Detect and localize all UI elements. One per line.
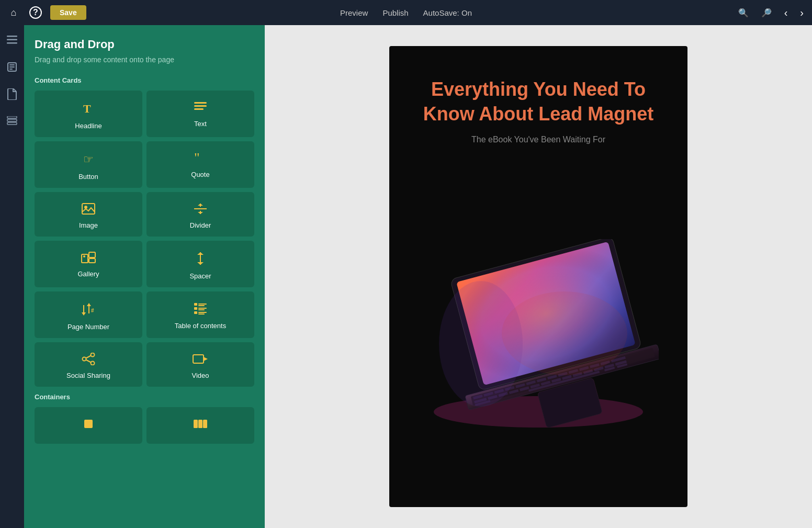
button-icon: ☞ xyxy=(81,152,96,168)
headline-icon: T xyxy=(81,101,96,118)
spacer-icon xyxy=(194,251,207,268)
table-of-contents-card[interactable]: Table of contents xyxy=(146,291,254,338)
table-of-contents-label: Table of contents xyxy=(175,322,226,330)
save-button[interactable]: Save xyxy=(50,5,86,20)
preview-area: Everything You Need To Know About Lead M… xyxy=(265,25,812,528)
svg-rect-49 xyxy=(193,355,204,363)
svg-rect-39 xyxy=(198,308,207,309)
social-sharing-label: Social Sharing xyxy=(66,372,110,379)
svg-point-45 xyxy=(91,362,95,365)
video-icon xyxy=(192,353,209,367)
page-number-label: Page Number xyxy=(67,323,109,331)
image-icon xyxy=(81,203,96,217)
svg-point-26 xyxy=(83,255,85,257)
next-button[interactable]: › xyxy=(798,7,806,19)
svg-line-48 xyxy=(86,360,91,363)
nav-center: Preview Publish AutoSave: On xyxy=(340,8,472,17)
svg-text:☞: ☞ xyxy=(83,153,94,166)
quote-card[interactable]: " Quote xyxy=(146,141,254,188)
ebook-image-area xyxy=(410,160,667,507)
panel-subtitle: Drag and drop some content onto the page xyxy=(35,55,254,64)
headline-label: Headline xyxy=(75,122,102,130)
zoom-out-button[interactable]: 🔍 xyxy=(736,8,751,18)
svg-rect-0 xyxy=(7,36,17,37)
svg-rect-5 xyxy=(9,66,15,68)
content-cards-label: Content Cards xyxy=(35,76,254,84)
top-nav: ⌂ ? Save Preview Publish AutoSave: On 🔍 … xyxy=(0,0,812,25)
home-icon[interactable]: ⌂ xyxy=(6,7,21,18)
main-layout: Drag and Drop Drag and drop some content… xyxy=(0,25,812,528)
svg-rect-25 xyxy=(89,259,95,263)
divider-label: Divider xyxy=(190,221,211,229)
button-label: Button xyxy=(78,173,98,181)
sidebar-pages-icon[interactable] xyxy=(4,59,20,75)
autosave-status: AutoSave: On xyxy=(423,8,472,17)
page-number-icon: # xyxy=(81,302,96,319)
svg-marker-50 xyxy=(204,357,208,361)
svg-marker-33 xyxy=(87,303,91,306)
gallery-card[interactable]: Gallery xyxy=(35,241,142,287)
icon-sidebar xyxy=(0,25,24,528)
social-sharing-icon xyxy=(81,353,96,367)
spacer-card[interactable]: Spacer xyxy=(146,241,254,287)
svg-rect-24 xyxy=(89,252,95,257)
svg-rect-11 xyxy=(194,102,207,104)
svg-text:#: # xyxy=(91,308,94,313)
svg-marker-22 xyxy=(198,212,203,214)
panel-title: Drag and Drop xyxy=(35,38,254,51)
social-sharing-card[interactable]: Social Sharing xyxy=(35,342,142,387)
prev-button[interactable]: ‹ xyxy=(782,7,790,19)
svg-rect-38 xyxy=(194,307,197,310)
svg-marker-28 xyxy=(197,252,204,255)
multi-col-container-card[interactable] xyxy=(146,407,254,444)
svg-marker-21 xyxy=(198,204,203,206)
svg-point-46 xyxy=(83,357,86,361)
single-col-container-card[interactable] xyxy=(35,407,142,444)
image-card[interactable]: Image xyxy=(35,192,142,237)
sidebar-menu-icon[interactable] xyxy=(4,31,20,48)
content-panel: Drag and Drop Drag and drop some content… xyxy=(24,25,265,528)
zoom-in-button[interactable]: 🔎 xyxy=(759,8,774,18)
button-card[interactable]: ☞ Button xyxy=(35,141,142,188)
svg-rect-4 xyxy=(9,64,15,65)
preview-link[interactable]: Preview xyxy=(340,8,368,17)
video-label: Video xyxy=(191,372,209,379)
table-of-contents-icon xyxy=(193,302,208,318)
sidebar-document-icon[interactable] xyxy=(4,86,20,103)
quote-icon: " xyxy=(193,152,208,166)
spacer-label: Spacer xyxy=(189,272,211,280)
content-cards-grid: T Headline Text xyxy=(35,91,254,387)
svg-rect-7 xyxy=(7,116,17,118)
laptop-illustration xyxy=(418,239,659,428)
svg-rect-35 xyxy=(194,303,197,306)
headline-card[interactable]: T Headline xyxy=(35,91,142,137)
svg-line-47 xyxy=(86,356,91,358)
text-label: Text xyxy=(194,120,207,128)
svg-rect-36 xyxy=(198,304,207,305)
svg-marker-31 xyxy=(82,312,86,316)
svg-rect-6 xyxy=(9,69,13,70)
divider-card[interactable]: Divider xyxy=(146,192,254,237)
svg-marker-29 xyxy=(197,262,204,265)
page-number-card[interactable]: # Page Number xyxy=(35,291,142,338)
svg-rect-37 xyxy=(198,305,205,306)
image-label: Image xyxy=(79,221,98,229)
ebook-title: Everything You Need To Know About Lead M… xyxy=(410,77,667,127)
svg-rect-54 xyxy=(203,420,207,428)
svg-rect-42 xyxy=(198,312,207,313)
svg-rect-41 xyxy=(194,311,197,314)
publish-link[interactable]: Publish xyxy=(382,8,408,17)
sidebar-layers-icon[interactable] xyxy=(4,113,20,130)
video-card[interactable]: Video xyxy=(146,342,254,387)
svg-rect-40 xyxy=(198,309,205,310)
help-icon[interactable]: ? xyxy=(29,6,42,19)
text-icon xyxy=(193,101,208,116)
svg-text:": " xyxy=(194,152,200,164)
svg-rect-12 xyxy=(194,105,207,107)
svg-rect-43 xyxy=(198,313,205,314)
gallery-label: Gallery xyxy=(77,270,99,278)
divider-icon xyxy=(193,203,208,217)
gallery-icon xyxy=(81,251,96,266)
ebook-cover: Everything You Need To Know About Lead M… xyxy=(389,46,687,507)
text-card[interactable]: Text xyxy=(146,91,254,137)
